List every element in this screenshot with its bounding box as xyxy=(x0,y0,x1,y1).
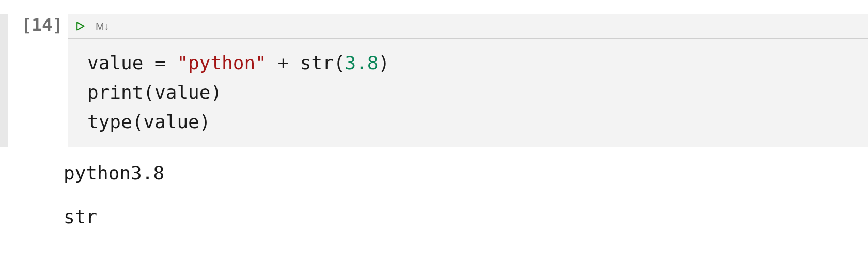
code-text: + str( xyxy=(267,52,345,73)
output-section: python3.8 str xyxy=(0,147,868,248)
svg-marker-0 xyxy=(77,23,84,30)
code-line: print(value) xyxy=(87,82,222,103)
code-text: value = xyxy=(87,52,177,73)
prompt-area: [14] xyxy=(12,14,68,147)
code-text: ) xyxy=(379,52,390,73)
execution-count: [14] xyxy=(21,14,63,35)
output-gutter xyxy=(21,153,28,248)
number-literal: 3.8 xyxy=(345,52,379,73)
markdown-icon[interactable]: M↓ xyxy=(96,21,109,33)
run-icon[interactable] xyxy=(74,20,86,33)
cell-body: M↓ value = "python" + str(3.8) print(val… xyxy=(68,14,868,147)
cell-toolbar: M↓ xyxy=(68,14,868,39)
string-literal: "python" xyxy=(177,52,266,73)
output-body: python3.8 str xyxy=(33,153,164,248)
cell-gutter xyxy=(0,14,8,147)
code-line: type(value) xyxy=(87,111,210,132)
code-cell: [14] M↓ value = "python" + str(3.8) prin… xyxy=(0,0,868,147)
result-output: str xyxy=(64,203,164,232)
stdout-output: python3.8 xyxy=(64,159,164,188)
code-editor[interactable]: value = "python" + str(3.8) print(value)… xyxy=(68,39,868,147)
